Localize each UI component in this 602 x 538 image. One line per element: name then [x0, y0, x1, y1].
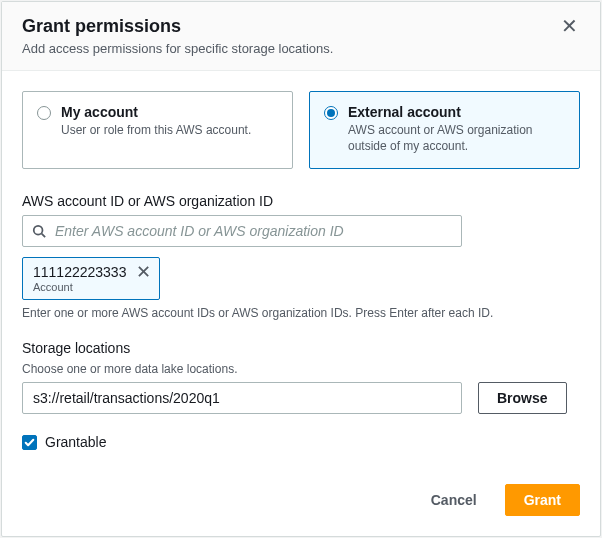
close-icon[interactable]: ✕ — [559, 16, 580, 36]
card-title: External account — [348, 104, 565, 120]
field-label: AWS account ID or AWS organization ID — [22, 193, 580, 209]
account-type-cards: My account User or role from this AWS ac… — [22, 91, 580, 169]
svg-line-1 — [42, 234, 46, 238]
grantable-row[interactable]: Grantable — [22, 434, 580, 450]
account-id-section: AWS account ID or AWS organization ID 11… — [22, 193, 580, 320]
card-text: External account AWS account or AWS orga… — [348, 104, 565, 154]
card-desc: User or role from this AWS account. — [61, 122, 251, 138]
dialog-footer: Cancel Grant — [2, 484, 600, 536]
dialog-title: Grant permissions — [22, 16, 333, 37]
radio-unchecked-icon — [37, 106, 51, 120]
grant-button[interactable]: Grant — [505, 484, 580, 516]
grant-permissions-dialog: Grant permissions Add access permissions… — [1, 1, 601, 537]
grantable-label: Grantable — [45, 434, 106, 450]
token-body: 111122223333 Account — [33, 264, 126, 293]
checkbox-checked-icon — [22, 435, 37, 450]
cancel-button[interactable]: Cancel — [413, 484, 495, 516]
storage-row: Browse — [22, 382, 580, 414]
account-id-hint: Enter one or more AWS account IDs or AWS… — [22, 306, 580, 320]
token-type: Account — [33, 281, 126, 293]
token-value: 111122223333 — [33, 264, 126, 280]
external-account-card[interactable]: External account AWS account or AWS orga… — [309, 91, 580, 169]
browse-button[interactable]: Browse — [478, 382, 567, 414]
account-id-input-wrap — [22, 215, 462, 247]
storage-location-input[interactable] — [22, 382, 462, 414]
dialog-subtitle: Add access permissions for specific stor… — [22, 41, 333, 56]
dialog-body: My account User or role from this AWS ac… — [2, 71, 600, 484]
my-account-card[interactable]: My account User or role from this AWS ac… — [22, 91, 293, 169]
radio-checked-icon — [324, 106, 338, 120]
card-desc: AWS account or AWS organization outside … — [348, 122, 565, 154]
card-title: My account — [61, 104, 251, 120]
account-token: 111122223333 Account ✕ — [22, 257, 160, 300]
search-icon — [32, 224, 46, 238]
header-text: Grant permissions Add access permissions… — [22, 16, 333, 56]
storage-section: Storage locations Choose one or more dat… — [22, 340, 580, 414]
remove-token-icon[interactable]: ✕ — [136, 264, 151, 280]
dialog-header: Grant permissions Add access permissions… — [2, 2, 600, 71]
token-row: 111122223333 Account ✕ — [22, 257, 580, 300]
svg-point-0 — [34, 226, 43, 235]
field-label: Storage locations — [22, 340, 580, 356]
field-sub: Choose one or more data lake locations. — [22, 362, 580, 376]
card-text: My account User or role from this AWS ac… — [61, 104, 251, 138]
account-id-input[interactable] — [22, 215, 462, 247]
